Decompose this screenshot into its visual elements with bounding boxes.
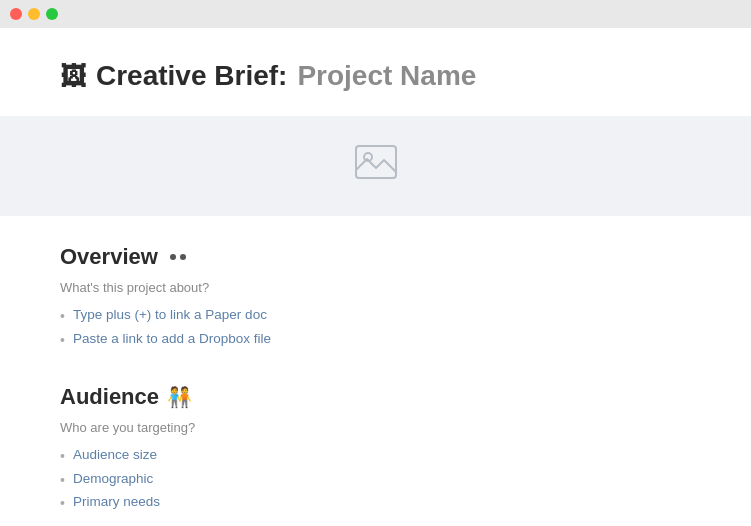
page-title: 🖼 Creative Brief: Project Name xyxy=(60,60,691,92)
doc-body: Overview What's this project about? Type… xyxy=(0,216,751,526)
audience-subtitle: Who are you targeting? xyxy=(60,420,691,435)
title-emoji: 🖼 xyxy=(60,61,86,92)
image-placeholder-icon xyxy=(354,144,398,189)
content-area: 🖼 Creative Brief: Project Name Overview … xyxy=(0,28,751,526)
list-item: Demographic xyxy=(60,469,691,493)
title-bar xyxy=(0,0,751,28)
hero-image-placeholder xyxy=(0,116,751,216)
overview-item-2-text: Paste a link to add a Dropbox file xyxy=(73,331,271,346)
overview-title: Overview xyxy=(60,244,691,270)
maximize-button[interactable] xyxy=(46,8,58,20)
audience-bullet-list: Audience size Demographic Primary needs xyxy=(60,445,691,516)
title-project-text: Project Name xyxy=(297,60,476,92)
dot-1 xyxy=(170,254,176,260)
overview-subtitle: What's this project about? xyxy=(60,280,691,295)
list-item: Primary needs xyxy=(60,492,691,516)
audience-section: Audience 🧑‍🤝‍🧑 Who are you targeting? Au… xyxy=(60,384,691,516)
audience-item-1-text: Audience size xyxy=(73,447,157,462)
svg-rect-0 xyxy=(356,146,396,178)
close-button[interactable] xyxy=(10,8,22,20)
title-main-text: Creative Brief: xyxy=(96,60,287,92)
minimize-button[interactable] xyxy=(28,8,40,20)
audience-title: Audience 🧑‍🤝‍🧑 xyxy=(60,384,691,410)
audience-title-text: Audience xyxy=(60,384,159,410)
overview-section: Overview What's this project about? Type… xyxy=(60,244,691,352)
audience-emoji: 🧑‍🤝‍🧑 xyxy=(167,385,192,409)
audience-item-2-text: Demographic xyxy=(73,471,153,486)
page-header: 🖼 Creative Brief: Project Name xyxy=(0,28,751,116)
audience-item-3-text: Primary needs xyxy=(73,494,160,509)
overview-bullet-list: Type plus (+) to link a Paper doc Paste … xyxy=(60,305,691,352)
overview-item-1-text: Type plus (+) to link a Paper doc xyxy=(73,307,267,322)
overview-title-text: Overview xyxy=(60,244,158,270)
list-item: Paste a link to add a Dropbox file xyxy=(60,329,691,353)
overview-dots xyxy=(170,254,186,260)
dot-2 xyxy=(180,254,186,260)
list-item: Type plus (+) to link a Paper doc xyxy=(60,305,691,329)
list-item: Audience size xyxy=(60,445,691,469)
